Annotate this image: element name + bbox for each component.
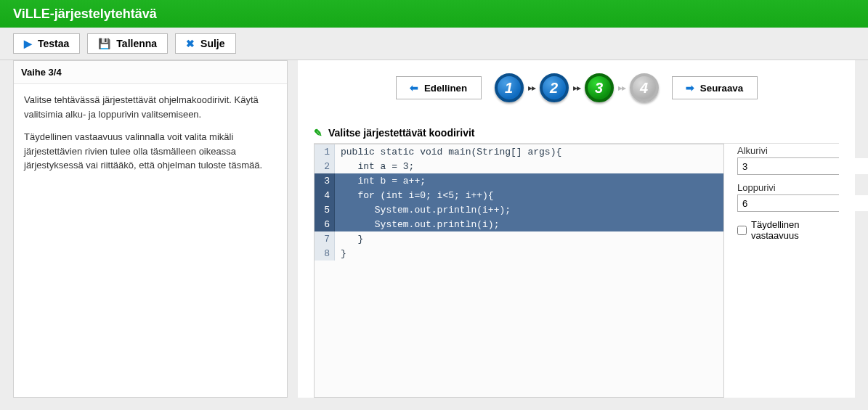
end-row-input[interactable]: [738, 195, 868, 211]
play-icon: ▶: [24, 38, 32, 49]
code-text: }: [335, 248, 723, 259]
main-content: Vaihe 3/4 Valitse tehtävässä järjestettä…: [0, 60, 868, 410]
wizard-step-separator: ▸▸: [618, 83, 625, 93]
line-number: 1: [315, 144, 335, 159]
save-icon: 💾: [98, 38, 110, 49]
close-button[interactable]: ✖ Sulje: [175, 33, 235, 54]
instruction-para-1: Valitse tehtävässä järjestettävät ohjelm…: [24, 93, 277, 121]
full-match-label[interactable]: Täydellinen vastaavuus: [751, 219, 839, 241]
wizard-step-4[interactable]: 4: [630, 73, 659, 102]
app-title: ViLLE-järjestelytehtävä: [13, 7, 157, 22]
close-button-label: Sulje: [200, 38, 224, 49]
line-number: 6: [315, 217, 335, 231]
code-line[interactable]: 4 for (int i=0; i<5; i++){: [315, 188, 723, 202]
code-text: }: [335, 234, 723, 245]
wizard-step-2[interactable]: 2: [540, 73, 569, 102]
line-number: 2: [315, 159, 335, 173]
wizard-step-separator: ▸▸: [528, 83, 535, 93]
wizard-steps: 1▸▸2▸▸3▸▸4: [495, 73, 659, 102]
code-line[interactable]: 3 int b = a++;: [315, 173, 723, 188]
code-text: int b = a++;: [335, 176, 723, 186]
code-text: System.out.println(i++);: [335, 205, 723, 216]
code-line[interactable]: 7 }: [315, 231, 723, 246]
code-line[interactable]: 1public static void main(String[] args){: [315, 144, 723, 159]
arrow-left-icon: ⬅: [410, 83, 418, 93]
wizard-step-3[interactable]: 3: [585, 73, 614, 102]
instructions-panel: Vaihe 3/4 Valitse tehtävässä järjestettä…: [13, 60, 288, 398]
line-number: 8: [315, 246, 335, 261]
code-line[interactable]: 5 System.out.println(i++);: [315, 202, 723, 217]
test-button-label: Testaa: [38, 38, 69, 49]
line-number: 4: [315, 188, 335, 202]
code-text: int a = 3;: [335, 161, 723, 172]
code-line[interactable]: 6 System.out.println(i);: [315, 217, 723, 231]
content-row: 1public static void main(String[] args){…: [314, 144, 839, 398]
full-match-row[interactable]: Täydellinen vastaavuus: [737, 219, 839, 241]
line-number: 5: [315, 202, 335, 217]
test-button[interactable]: ▶ Testaa: [13, 33, 80, 54]
code-line[interactable]: 2 int a = 3;: [315, 159, 723, 173]
step-body: Valitse tehtävässä järjestettävät ohjelm…: [14, 84, 287, 190]
prev-button[interactable]: ⬅ Edellinen: [396, 76, 482, 99]
wizard-step-separator: ▸▸: [573, 83, 580, 93]
wizard-step-1[interactable]: 1: [495, 73, 524, 102]
section-title-row: ✎ Valitse järjestettävät koodirivit: [314, 127, 839, 144]
code-text: System.out.println(i);: [335, 219, 723, 230]
start-row-stepper[interactable]: ▲ ▼: [737, 157, 839, 175]
next-button[interactable]: ➡ Seuraava: [672, 76, 758, 99]
save-button[interactable]: 💾 Tallenna: [87, 33, 168, 54]
wizard-row: ⬅ Edellinen 1▸▸2▸▸3▸▸4 ➡ Seuraava: [314, 73, 839, 102]
code-editor[interactable]: 1public static void main(String[] args){…: [314, 144, 724, 398]
next-button-label: Seuraava: [700, 83, 743, 94]
header-bar: ViLLE-järjestelytehtävä: [0, 0, 868, 28]
code-text: for (int i=0; i<5; i++){: [335, 190, 723, 201]
line-number: 7: [315, 231, 335, 246]
controls-panel: Alkurivi ▲ ▼ Loppurivi ▲: [737, 144, 839, 398]
step-title: Vaihe 3/4: [14, 61, 287, 84]
edit-icon: ✎: [314, 127, 323, 139]
end-row-label: Loppurivi: [737, 182, 839, 193]
save-button-label: Tallenna: [116, 38, 157, 49]
prev-button-label: Edellinen: [424, 83, 467, 94]
line-number: 3: [315, 173, 335, 188]
toolbar: ▶ Testaa 💾 Tallenna ✖ Sulje: [0, 28, 868, 60]
start-row-group: Alkurivi ▲ ▼: [737, 145, 839, 175]
code-line[interactable]: 8}: [315, 246, 723, 261]
end-row-group: Loppurivi ▲ ▼: [737, 182, 839, 212]
start-row-label: Alkurivi: [737, 145, 839, 156]
code-text: public static void main(String[] args){: [335, 147, 723, 157]
instruction-para-2: Täydellinen vastaavuus valinnalla voit v…: [24, 130, 277, 173]
start-row-input[interactable]: [738, 158, 868, 174]
close-icon: ✖: [186, 38, 195, 49]
end-row-stepper[interactable]: ▲ ▼: [737, 194, 839, 212]
editor-panel: ⬅ Edellinen 1▸▸2▸▸3▸▸4 ➡ Seuraava ✎ Vali…: [298, 60, 855, 398]
arrow-right-icon: ➡: [686, 83, 694, 93]
full-match-checkbox[interactable]: [737, 226, 747, 235]
section-title: Valitse järjestettävät koodirivit: [328, 127, 475, 139]
